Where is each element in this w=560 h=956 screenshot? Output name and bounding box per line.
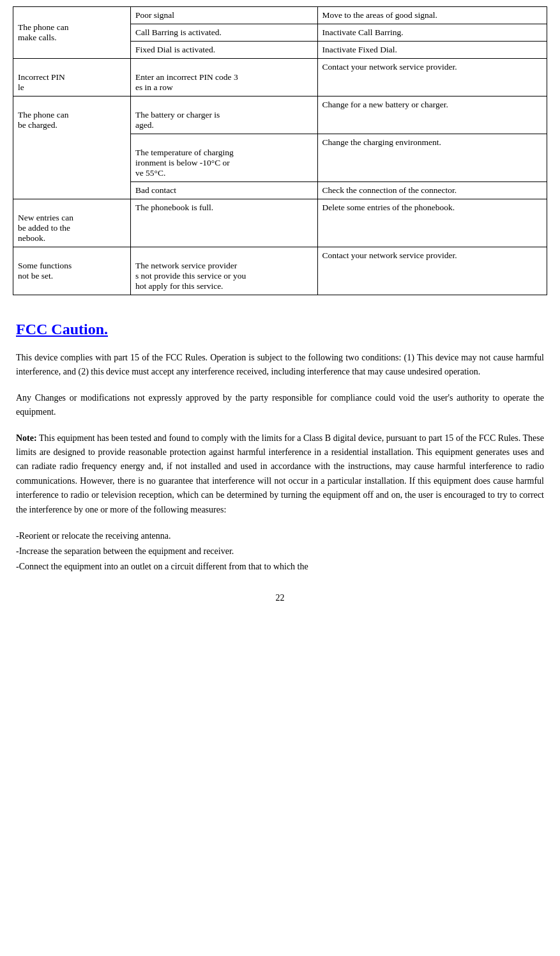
fcc-note-bold: Note: (16, 433, 37, 443)
table-cell-cause: The battery or charger is aged. (130, 96, 317, 134)
table-cell-cause: Poor signal (130, 7, 317, 24)
table-cell-solution: Check the connection of the connector. (317, 182, 547, 199)
fcc-section: FCC Caution. This device complies with p… (13, 321, 547, 574)
table-cell-problem: Incorrect PIN le (13, 59, 131, 96)
table-cell-solution: Inactivate Fixed Dial. (317, 42, 547, 59)
table-cell-solution: Change the charging environment. (317, 134, 547, 182)
table-row: New entries can be added to the nebook. … (13, 199, 547, 247)
table-cell-solution: Move to the areas of good signal. (317, 7, 547, 24)
table-cell-problem: New entries can be added to the nebook. (13, 199, 131, 247)
table-cell-problem: Some functions not be set. (13, 247, 131, 295)
table-cell-solution: Contact your network service provider. (317, 59, 547, 96)
table-cell-cause: Enter an incorrect PIN code 3 es in a ro… (130, 59, 317, 96)
table-cell-cause: The temperature of charging ironment is … (130, 134, 317, 182)
list-item: -Connect the equipment into an outlet on… (16, 559, 544, 574)
table: The phone can make calls. Poor signal Mo… (13, 6, 547, 295)
table-row: Incorrect PIN le Enter an incorrect PIN … (13, 59, 547, 96)
table-cell-cause: The phonebook is full. (130, 199, 317, 247)
troubleshooting-table: The phone can make calls. Poor signal Mo… (13, 6, 547, 295)
table-row: The phone can make calls. Poor signal Mo… (13, 7, 547, 24)
table-cell-solution: Delete some entries of the phonebook. (317, 199, 547, 247)
table-cell-solution: Contact your network service provider. (317, 247, 547, 295)
fcc-title: FCC Caution. (16, 321, 544, 338)
table-cell-problem: The phone can make calls. (13, 7, 131, 59)
table-cell-solution: Change for a new battery or charger. (317, 96, 547, 134)
table-row: Some functions not be set. The network s… (13, 247, 547, 295)
table-row: The phone can be charged. The battery or… (13, 96, 547, 134)
fcc-para-3: Note: This equipment has been tested and… (16, 431, 544, 517)
fcc-para-2: Any Changes or modifications not express… (16, 391, 544, 420)
table-cell-cause: Call Barring is activated. (130, 24, 317, 42)
list-item: -Reorient or relocate the receiving ante… (16, 528, 544, 544)
fcc-list: -Reorient or relocate the receiving ante… (16, 528, 544, 574)
list-item: -Increase the separation between the equ… (16, 544, 544, 559)
table-cell-solution: Inactivate Call Barring. (317, 24, 547, 42)
fcc-note-text: This equipment has been tested and found… (16, 433, 544, 514)
fcc-para-1: This device complies with part 15 of the… (16, 351, 544, 380)
table-cell-cause: The network service provider s not provi… (130, 247, 317, 295)
table-cell-cause: Fixed Dial is activated. (130, 42, 317, 59)
table-cell-problem: The phone can be charged. (13, 96, 131, 199)
page-number: 22 (13, 593, 547, 603)
table-cell-cause: Bad contact (130, 182, 317, 199)
